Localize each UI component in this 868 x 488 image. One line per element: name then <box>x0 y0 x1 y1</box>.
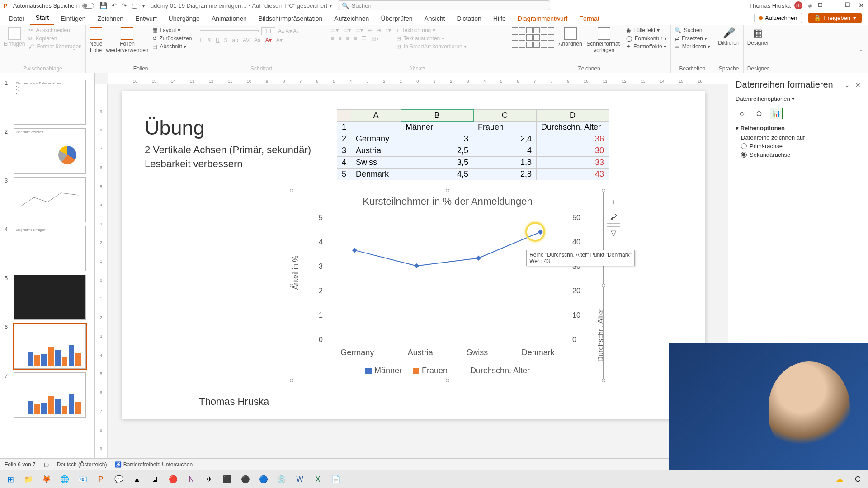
primary-axis-radio[interactable]: Primärachse <box>741 143 861 150</box>
find-button[interactable]: 🔍Suchen <box>675 27 711 33</box>
reuse-slides-button[interactable]: Folien wiederverwenden <box>106 27 148 53</box>
col-d[interactable]: D <box>537 110 609 122</box>
chart-title[interactable]: Kursteilnehmer in % der Anmeldungen <box>292 191 603 207</box>
x-axis[interactable]: GermanyAustriaSwissDenmark <box>324 348 571 357</box>
replace-button[interactable]: ⇄Ersetzen ▾ <box>675 35 711 42</box>
close-icon[interactable]: ✕ <box>859 1 864 9</box>
taskbar-outlook-icon[interactable]: 📧 <box>75 472 90 487</box>
taskbar[interactable]: ⊞ 📁 🦊 🌐 📧 P 💬 ▲ 🗓 🔴 N ✈ ⬛ ⚫ 🔵 💿 W X 📄 ☁ … <box>0 470 868 488</box>
document-title[interactable]: udemy 01-19 Diagramme einfügen… • Auf "d… <box>151 2 332 9</box>
tab-aufzeichnen[interactable]: Aufzeichnen <box>329 12 374 25</box>
taskbar-word-icon[interactable]: W <box>292 472 307 487</box>
dictate-button[interactable]: 🎤Diktieren <box>718 27 739 46</box>
taskbar-excel-icon[interactable]: X <box>310 472 326 487</box>
chart-legend[interactable]: Männer Frauen Durchschn. Alter <box>292 366 603 375</box>
chart-styles-button[interactable]: 🖌 <box>607 211 620 224</box>
maximize-icon[interactable]: ☐ <box>845 1 850 9</box>
taskbar-app4-icon[interactable]: ⬛ <box>220 472 235 487</box>
slideshow-icon[interactable]: ▢ <box>132 2 137 9</box>
effects-pane-icon[interactable]: ⬠ <box>753 108 765 119</box>
thumbnail-6[interactable]: 6 <box>0 322 94 371</box>
tray-copilot-icon[interactable]: C <box>850 472 865 487</box>
chart-filter-button[interactable]: ▽ <box>607 226 620 239</box>
primary-y-axis[interactable]: 543210 <box>310 214 323 344</box>
cut-button[interactable]: ✂Ausschneiden <box>28 27 81 33</box>
taskbar-vlc-icon[interactable]: ▲ <box>129 472 145 487</box>
tab-animationen[interactable]: Animationen <box>206 12 252 25</box>
designer-button[interactable]: ▦Designer <box>747 27 769 46</box>
thumbnail-1[interactable]: 1Diagramme aus Daten erfolgten• ...• ...… <box>0 78 94 127</box>
taskbar-app3-icon[interactable]: 🔴 <box>165 472 181 487</box>
shapes-gallery[interactable] <box>512 27 554 48</box>
search-box[interactable]: 🔍 Suchen <box>338 0 550 10</box>
tab-datei[interactable]: Datei <box>4 12 29 25</box>
pane-close-icon[interactable]: ✕ <box>855 81 861 89</box>
taskbar-telegram-icon[interactable]: ✈ <box>202 472 217 487</box>
new-slide-button[interactable]: Neue Folie <box>90 27 103 53</box>
taskbar-firefox-icon[interactable]: 🦊 <box>39 472 54 487</box>
fill-line-icon[interactable]: ◇ <box>736 108 748 119</box>
slide-thumbnails[interactable]: 1Diagramme aus Daten erfolgten• ...• ...… <box>0 73 95 476</box>
user-account[interactable]: Thomas Hruska TH <box>749 1 802 9</box>
taskbar-app-icon[interactable]: 💬 <box>111 472 127 487</box>
col-a[interactable]: A <box>351 110 401 122</box>
tab-format[interactable]: Format <box>574 12 604 25</box>
section-button[interactable]: ▤Abschnitt ▾ <box>152 43 192 50</box>
thumbnail-7[interactable]: 7 <box>0 371 94 419</box>
slide-canvas[interactable]: Übung 2 Vertikale Achsen (Primär, sekund… <box>122 91 705 419</box>
undo-icon[interactable]: ↶ <box>112 2 117 9</box>
save-icon[interactable]: 💾 <box>99 2 107 9</box>
tab-zeichnen[interactable]: Zeichnen <box>92 12 129 25</box>
tray-onedrive-icon[interactable]: ☁ <box>832 472 847 487</box>
taskbar-onenote-icon[interactable]: N <box>184 472 199 487</box>
layout-button[interactable]: ▦Layout ▾ <box>152 27 192 33</box>
share-button[interactable]: 🔒Freigeben▾ <box>808 13 862 23</box>
chart-object[interactable]: Kursteilnehmer in % der Anmeldungen 5432… <box>292 191 604 380</box>
tab-diagrammentwurf[interactable]: Diagrammentwurf <box>512 12 573 25</box>
thumbnail-3[interactable]: 3 <box>0 175 94 224</box>
slide-counter[interactable]: Folie 6 von 7 <box>5 461 36 468</box>
secondary-y-label[interactable]: Durchschn. Alter <box>597 309 605 361</box>
tab-entwurf[interactable]: Entwurf <box>130 12 162 25</box>
autosave-toggle[interactable]: Automatisches Speichern <box>13 2 94 9</box>
record-button[interactable]: Aufzeichnen <box>754 13 802 23</box>
taskbar-obs-icon[interactable]: ⚫ <box>238 472 253 487</box>
shape-fill-button[interactable]: ◉Fülleffekt ▾ <box>626 27 667 33</box>
series-options-dropdown[interactable]: Datenreihenoptionen ▾ <box>736 95 861 102</box>
chart-data-table[interactable]: A B C D 1 Männer Frauen Durchschn. Alter… <box>337 109 609 180</box>
secondary-y-axis[interactable]: 50403020100 <box>572 214 585 344</box>
shape-effects-button[interactable]: ✦Formeffekte ▾ <box>626 43 667 50</box>
taskbar-app2-icon[interactable]: 🗓 <box>147 472 163 487</box>
primary-y-label[interactable]: Anteil in % <box>292 255 300 290</box>
shape-outline-button[interactable]: ◯Formkontur ▾ <box>626 35 667 42</box>
quick-styles-button[interactable]: Schnellformat- vorlagen <box>587 27 622 53</box>
copy-button[interactable]: ⧉Kopieren <box>28 35 81 42</box>
tab-uebergaenge[interactable]: Übergänge <box>163 12 205 25</box>
start-button[interactable]: ⊞ <box>3 472 18 487</box>
tab-dictation[interactable]: Dictation <box>451 12 486 25</box>
taskbar-app6-icon[interactable]: 📄 <box>328 472 344 487</box>
taskbar-chrome-icon[interactable]: 🌐 <box>57 472 72 487</box>
tab-start[interactable]: Start <box>30 11 55 25</box>
taskbar-app5-icon[interactable]: 💿 <box>274 472 289 487</box>
minimize-icon[interactable]: — <box>831 1 837 9</box>
ribbon-display-icon[interactable]: ⊟ <box>818 1 823 9</box>
tab-einfuegen[interactable]: Einfügen <box>55 12 91 25</box>
tab-ansicht[interactable]: Ansicht <box>419 12 450 25</box>
thumbnail-5[interactable]: 5 <box>0 273 94 322</box>
thumbnail-2[interactable]: 2Diagramm erstellen... <box>0 127 94 175</box>
chart-elements-button[interactable]: ＋ <box>607 196 620 208</box>
reset-button[interactable]: ↺Zurücksetzen <box>152 35 192 42</box>
select-button[interactable]: ▭Markieren ▾ <box>675 43 711 50</box>
taskbar-powerpoint-icon[interactable]: P <box>93 472 108 487</box>
spell-icon[interactable]: ▢ <box>44 461 49 468</box>
section-header[interactable]: ▾ Reihenoptionen <box>736 125 861 131</box>
taskbar-record-icon[interactable]: 🔵 <box>256 472 271 487</box>
arrange-button[interactable]: Anordnen <box>559 27 582 47</box>
secondary-axis-radio[interactable]: Sekundärachse <box>741 151 861 158</box>
redo-icon[interactable]: ↷ <box>122 2 127 9</box>
taskbar-explorer-icon[interactable]: 📁 <box>21 472 36 487</box>
col-b[interactable]: B <box>401 110 473 122</box>
thumbnail-4[interactable]: 4Diagramme einfügen <box>0 224 94 273</box>
plot-area[interactable] <box>324 214 571 344</box>
